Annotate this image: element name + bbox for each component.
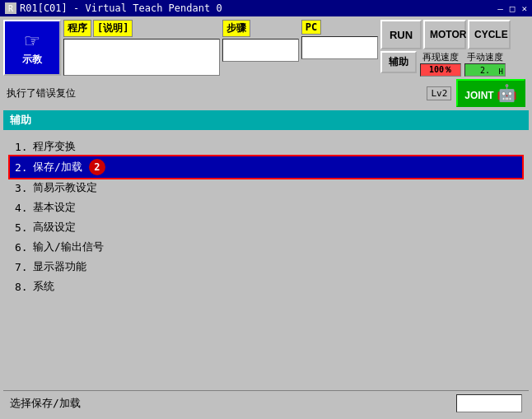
aux-button[interactable]: 辅助	[380, 51, 417, 73]
menu-item-label: 输入/输出信号	[33, 240, 104, 254]
teach-button[interactable]: ☞ 示教	[3, 20, 61, 76]
hand-icon: ☞	[26, 30, 40, 53]
toolbar: ☞ 示教 程序 [说明] 步骤	[3, 20, 529, 76]
menu-item-6[interactable]: 6.输入/输出信号	[10, 237, 522, 257]
menu-item-num: 3.	[15, 182, 30, 194]
lv2-badge: Lv2	[427, 86, 451, 100]
replay-speed-value: 100％	[429, 64, 452, 76]
title-bar: R R01[C01] - Virtual Teach Pendant 0 — □…	[0, 0, 532, 16]
hojo-header: 辅助	[3, 110, 529, 130]
menu-item-4[interactable]: 4.基本设定	[10, 198, 522, 217]
menu-item-num: 4.	[15, 202, 30, 214]
window-title: R01[C01] - Virtual Teach Pendant 0	[20, 2, 222, 14]
program-input[interactable]	[63, 39, 220, 76]
pc-group: PC	[301, 20, 378, 76]
app-icon: R	[5, 2, 16, 14]
replay-speed-label: 再现速度	[422, 51, 459, 63]
program-area: 程序 [说明] 步骤 PC	[63, 20, 378, 76]
bottom-bar: 选择保存/加载	[3, 390, 529, 416]
manual-speed-group: 手动速度 2. H	[464, 51, 506, 77]
motor-button[interactable]: MOTOR	[423, 20, 466, 49]
program-group: 程序 [说明]	[63, 20, 220, 76]
joint-label: JOINT	[464, 90, 493, 101]
main-panel: ☞ 示教 程序 [说明] 步骤	[0, 16, 532, 419]
status-bar: 执行了错误复位 Lv2 JOINT 🤖	[3, 77, 529, 109]
menu-item-label: 简易示教设定	[33, 180, 97, 195]
manual-speed-suffix: H	[499, 68, 503, 76]
selected-badge: 2	[89, 159, 105, 175]
run-button[interactable]: RUN	[380, 20, 422, 49]
pc-input[interactable]	[301, 36, 378, 59]
cycle-button[interactable]: CYCLE	[468, 20, 511, 49]
teach-label: 示教	[22, 53, 42, 67]
menu-item-label: 显示器功能	[33, 259, 86, 274]
menu-item-5[interactable]: 5.高级设定	[10, 217, 522, 237]
program-desc-label: [说明]	[93, 20, 133, 37]
robot-icon: 🤖	[497, 83, 517, 103]
right-buttons: RUN MOTOR CYCLE 辅助 再现速度 100％ 手动速度	[380, 20, 529, 76]
replay-speed-fill: 100％	[421, 64, 460, 76]
content-area: 辅助 1.程序变换2.保存/加载23.简易示教设定4.基本设定5.高级设定6.输…	[3, 110, 529, 390]
bottom-input[interactable]	[456, 394, 522, 412]
menu-item-label: 程序变换	[33, 139, 76, 154]
program-label: 程序	[63, 20, 91, 37]
replay-speed-bar: 100％	[420, 63, 461, 77]
menu-item-num: 5.	[15, 221, 30, 234]
step-label: 步骤	[222, 20, 250, 37]
status-text: 执行了错误复位	[7, 86, 422, 100]
menu-item-num: 1.	[15, 141, 30, 153]
right-top-buttons: RUN MOTOR CYCLE	[380, 20, 529, 49]
bottom-label: 选择保存/加载	[10, 396, 450, 411]
menu-item-label: 系统	[33, 279, 54, 294]
speed-section: 辅助 再现速度 100％ 手动速度 2. H	[380, 51, 529, 77]
minimize-button[interactable]: —	[497, 3, 503, 14]
menu-item-num: 2.	[15, 161, 30, 174]
menu-list: 1.程序变换2.保存/加载23.简易示教设定4.基本设定5.高级设定6.输入/输…	[3, 133, 529, 390]
joint-button[interactable]: JOINT 🤖	[456, 79, 525, 107]
manual-speed-label: 手动速度	[467, 51, 503, 63]
close-button[interactable]: ✕	[521, 3, 527, 14]
step-input[interactable]	[222, 39, 299, 62]
maximize-button[interactable]: □	[510, 3, 516, 14]
menu-item-3[interactable]: 3.简易示教设定	[10, 178, 522, 198]
menu-item-num: 7.	[15, 261, 30, 273]
menu-item-1[interactable]: 1.程序变换	[10, 137, 522, 156]
menu-item-label: 基本设定	[33, 200, 76, 215]
pc-label: PC	[301, 20, 321, 35]
manual-speed-value: 2.	[480, 66, 490, 75]
menu-item-label: 保存/加载	[33, 160, 82, 175]
manual-speed-bar: 2. H	[464, 63, 506, 77]
menu-item-label: 高级设定	[33, 220, 76, 235]
menu-item-7[interactable]: 7.显示器功能	[10, 257, 522, 277]
step-pc-group: 步骤 PC	[222, 20, 379, 76]
menu-item-num: 6.	[15, 241, 30, 254]
step-group: 步骤	[222, 20, 299, 76]
replay-speed-group: 再现速度 100％	[420, 51, 461, 77]
menu-item-2[interactable]: 2.保存/加载2	[10, 156, 522, 178]
menu-item-8[interactable]: 8.系统	[10, 277, 522, 296]
menu-item-num: 8.	[15, 281, 30, 293]
